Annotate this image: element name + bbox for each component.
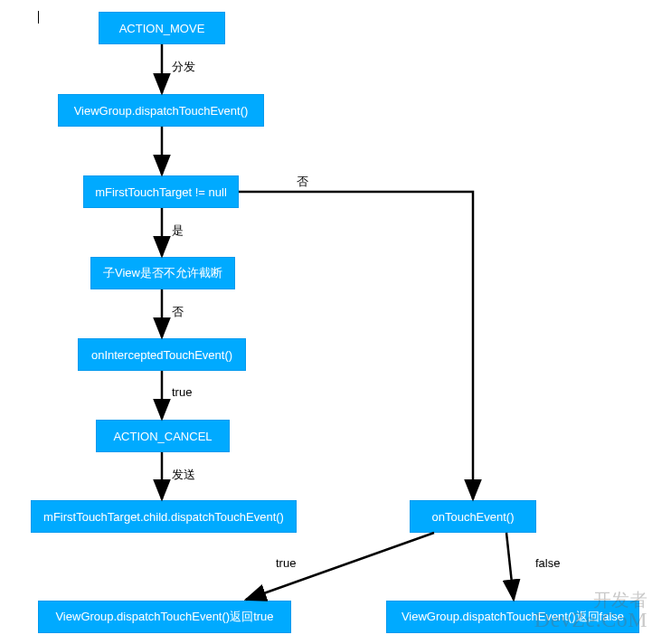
svg-line-7 [246, 533, 434, 600]
node-first-touch-target-null: mFirstTouchTarget != null [83, 175, 239, 208]
node-return-true: ViewGroup.dispatchTouchEvent()返回true [38, 601, 291, 633]
node-child-dispatch: mFirstTouchTarget.child.dispatchTouchEve… [31, 500, 297, 533]
edge-label-dispatch: 分发 [172, 59, 195, 75]
node-action-move: ACTION_MOVE [99, 12, 225, 44]
edge-label-false: false [535, 556, 560, 570]
node-on-touch-event: onTouchEvent() [410, 500, 536, 533]
svg-line-8 [506, 533, 514, 600]
edge-label-yes: 是 [172, 223, 184, 239]
edge-label-true-1: true [172, 385, 192, 399]
node-child-view-disallow: 子View是否不允许截断 [90, 257, 235, 289]
edge-label-send: 发送 [172, 467, 195, 483]
edge-label-no-1: 否 [297, 174, 308, 190]
node-return-false: ViewGroup.dispatchTouchEvent()返回false [386, 601, 639, 633]
node-action-cancel: ACTION_CANCEL [96, 420, 230, 452]
edge-label-no-2: 否 [172, 304, 184, 320]
edge-label-true-2: true [276, 556, 296, 570]
text-cursor [38, 11, 39, 24]
node-dispatch-touch-event: ViewGroup.dispatchTouchEvent() [58, 94, 264, 127]
node-on-intercepted: onInterceptedTouchEvent() [78, 338, 246, 371]
